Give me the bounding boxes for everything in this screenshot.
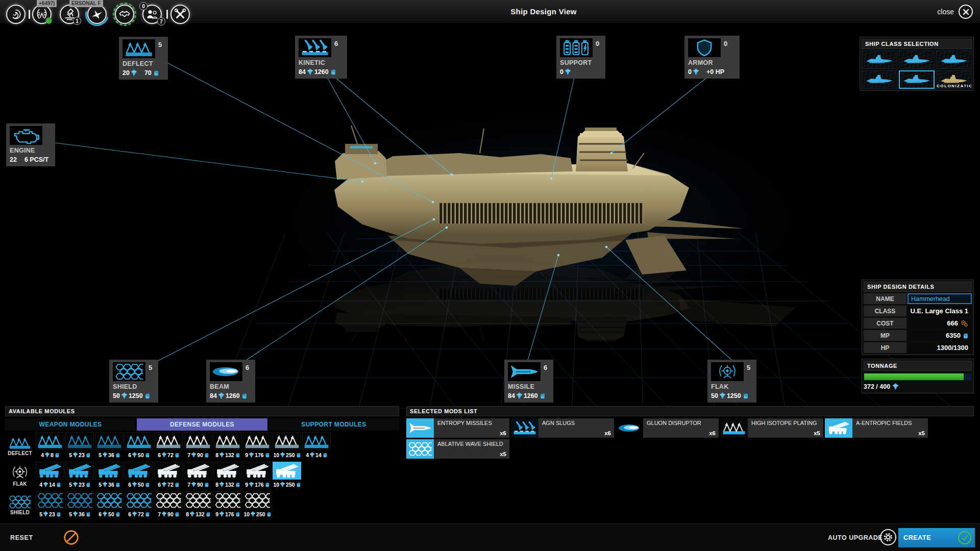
callout-deflect[interactable]: 5 DEFLECT 20 70 [119,37,168,80]
module-cell-stats: 4 14 [36,480,64,490]
tonnage-icon [43,482,48,488]
shield-module-cell[interactable]: 5 23 [36,491,64,519]
tab-weapon-modules[interactable]: WEAPON MODULES [5,418,136,431]
ship-class-thumbnail[interactable] [862,70,897,89]
module-row-flak: FLAK 4 14 5 [5,462,399,490]
ship-class-thumbnail[interactable]: COLONIZATION [936,70,972,89]
ship-name-input[interactable] [908,293,972,304]
flak-module-cell[interactable]: 5 23 [65,462,94,490]
tab-support-modules[interactable]: SUPPORT MODULES [268,418,399,431]
flak-module-cell[interactable]: 9 176 [243,462,272,490]
shield-module-cell[interactable]: 8 132 [184,491,212,519]
tonnage-icon [218,392,224,399]
close-button[interactable]: close [937,5,973,19]
mod-high-isotope-plating[interactable]: HIGH ISOTOPE PLATING x5 [720,418,823,438]
support-icon [560,38,593,57]
deflect-module-cell[interactable]: 8 132 [213,432,242,460]
callout-armor[interactable]: 0 ARMOR 0 +0 HP [684,36,740,79]
ship-class-thumbnail-label: COLONIZATION [937,84,971,88]
create-button[interactable]: CREATE [898,528,975,547]
research-button[interactable]: 1 [60,5,79,24]
energy-icon [86,511,90,517]
ship-thumbnail-icon [902,74,931,85]
tonnage-icon [280,452,285,458]
mod-a-entropic-fields[interactable]: A-ENTROPIC FIELDS x5 [825,418,928,438]
kinetic-count: 6 [334,38,338,47]
deflect-module-cell[interactable]: 4 8 [36,432,64,460]
armor-stats: 0 +0 HP [688,68,736,76]
ship-viewport[interactable] [0,23,980,406]
deflect-module-cell[interactable]: 6 72 [154,432,183,460]
close-label[interactable]: close [937,8,954,16]
tonnage-icon [132,511,137,517]
shield-module-cell[interactable]: 6 72 [125,491,153,519]
deflect-module-cell[interactable]: 5 23 [65,432,94,460]
deflect-module-cell[interactable]: 10 250 [273,432,301,460]
ship-class-thumbnail[interactable] [862,51,897,69]
ship-class-selection-title: SHIP CLASS SELECTION [862,39,972,49]
ship-class-thumbnail[interactable] [899,51,935,69]
engine-label: ENGINE [10,147,52,154]
deflect-module-cell[interactable]: 5 36 [95,432,124,460]
ablative-wave-shield-icon [406,439,434,459]
mod-ablative-wave-shield[interactable]: ABLATIVE WAVE SHIELD x5 [406,439,509,459]
reset-slash-icon[interactable] [63,530,79,545]
shield-module-cell[interactable]: 10 250 [243,491,272,519]
population-button[interactable]: 0 7 [142,5,162,24]
flak-module-cell[interactable]: 5 36 [95,462,124,490]
mod-agn-slugs[interactable]: AGN SLUGS x6 [511,418,614,438]
callout-flak[interactable]: 5 FLAK 50 1250 [707,360,756,403]
tab-defense-modules[interactable]: DEFENSE MODULES [137,418,267,431]
deflect-module-cell[interactable]: 4 14 [302,432,331,460]
auto-upgrade-button[interactable]: AUTO UPGRADE [828,534,883,541]
energy-icon [265,482,270,488]
callout-engine[interactable]: ENGINE 22 6 PCS/T [6,123,55,166]
flak-module-cell[interactable]: 10 250 [273,462,301,490]
mod-gluon-disruptor[interactable]: GLUON DISRUPTOR x6 [616,418,719,438]
missile-stats: 84 1260 [508,392,550,399]
engineering-button[interactable] [170,5,190,24]
reset-button[interactable]: RESET [10,534,33,541]
ship-class-thumbnail[interactable] [936,51,972,69]
class-value: U.E. Large Class 1 [908,306,972,316]
deflect-icon [65,432,94,450]
close-icon[interactable] [959,5,973,19]
flak-module-cell[interactable]: 4 14 [36,462,64,490]
flak-truck-icon [184,462,212,480]
missile-label: MISSILE [508,383,550,390]
energy-icon [296,452,301,458]
module-cell-stats: 6 50 [125,450,153,460]
flak-module-cell[interactable]: 7 90 [184,462,212,490]
deflect-module-cell[interactable]: 9 176 [243,432,272,460]
shield-hex-icon [95,491,124,509]
hud-cropped-label-credits: +6497) [37,0,57,7]
shield-module-cell[interactable]: 6 50 [95,491,124,519]
flak-module-cell[interactable]: 6 50 [125,462,153,490]
tonnage-icon [517,392,522,399]
empire-button[interactable] [32,5,52,24]
shield-icon [113,362,145,381]
callout-shield[interactable]: 5 SHIELD 50 1250 [109,360,158,403]
callout-kinetic[interactable]: 6 KINETIC 84 1260 [295,36,347,79]
flak-module-cell[interactable]: 8 132 [213,462,242,490]
shield-module-cell[interactable]: 5 36 [65,491,94,519]
shield-hex-icon [213,491,242,509]
auto-upgrade-gear-button[interactable] [880,529,896,545]
callout-missile[interactable]: 6 MISSILE 84 1260 [504,360,553,403]
deflect-module-cell[interactable]: 6 50 [125,432,153,460]
engine-icon [10,126,42,145]
callout-support[interactable]: 0 SUPPORT 0 [556,36,605,79]
galaxy-menu-button[interactable] [6,5,26,24]
diplomacy-button[interactable] [115,5,134,24]
tonnage-icon [190,511,194,517]
shield-module-cell[interactable]: 7 90 [154,491,183,519]
fleet-button[interactable] [87,5,107,24]
flak-truck-icon [125,462,153,480]
ship-class-thumbnail[interactable] [899,70,935,89]
high-isotope-plating-icon [720,418,748,438]
deflect-module-cell[interactable]: 7 90 [184,432,212,460]
shield-module-cell[interactable]: 9 176 [213,491,242,519]
callout-beam[interactable]: 6 BEAM 84 1260 [206,360,255,403]
flak-module-cell[interactable]: 6 72 [154,462,183,490]
mod-entropy-missiles[interactable]: ENTROPY MISSILES x6 [406,418,509,438]
